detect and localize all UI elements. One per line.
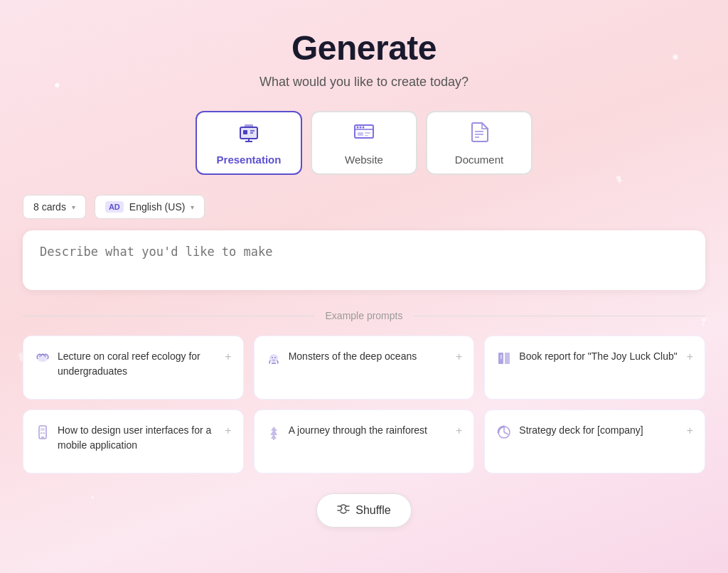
svg-point-35: [42, 354, 43, 355]
controls-row: 8 cards ▾ AD English (US) ▾: [23, 195, 205, 219]
svg-point-24: [357, 127, 359, 129]
joy-luck-icon: [496, 350, 512, 370]
rainforest-icon: [266, 424, 282, 444]
svg-point-40: [274, 357, 276, 358]
tab-website-label: Website: [345, 154, 383, 166]
prompt-card-rainforest[interactable]: A journey through the rainforest +: [254, 409, 475, 473]
language-value: English (US): [129, 201, 186, 213]
divider-left: [23, 316, 314, 316]
website-icon: [353, 120, 375, 148]
strategy-icon: [496, 424, 512, 444]
type-tabs: Presentation Website: [196, 111, 532, 175]
svg-point-25: [360, 127, 362, 129]
svg-point-39: [272, 357, 273, 358]
tab-website[interactable]: Website: [311, 111, 417, 175]
tab-presentation[interactable]: Presentation: [196, 111, 302, 175]
page-title: Generate: [291, 28, 437, 68]
prompt-card-strategy-add: +: [687, 424, 693, 437]
shuffle-icon: [337, 503, 350, 518]
svg-rect-27: [358, 132, 363, 136]
svg-rect-19: [243, 130, 247, 134]
prompt-card-deep-ocean[interactable]: Monsters of the deep oceans +: [254, 336, 475, 400]
page-subtitle: What would you like to create today?: [259, 75, 469, 90]
prompt-card-deep-ocean-add: +: [456, 350, 462, 363]
prompt-card-joy-luck-add: +: [687, 350, 693, 363]
deep-ocean-icon: [266, 350, 282, 370]
coral-reef-icon: [35, 350, 50, 370]
tab-document-label: Document: [455, 154, 503, 166]
presentation-icon: [237, 120, 260, 148]
cards-value: 8 cards: [33, 201, 66, 213]
prompt-card-joy-luck[interactable]: Book report for "The Joy Luck Club" +: [484, 336, 705, 400]
prompt-card-rainforest-add: +: [456, 424, 462, 437]
prompt-card-rainforest-text: A journey through the rainforest: [289, 423, 449, 438]
shuffle-label: Shuffle: [355, 504, 391, 517]
divider-section: Example prompts: [23, 310, 705, 321]
svg-point-36: [45, 355, 47, 358]
describe-input[interactable]: [40, 245, 688, 273]
prompt-card-mobile-ui-add: +: [225, 424, 231, 437]
prompt-card-mobile-ui-text: How to design user interfaces for a mobi…: [58, 423, 218, 453]
shuffle-button[interactable]: Shuffle: [316, 493, 412, 528]
document-icon: [468, 120, 491, 148]
main-container: Generate What would you like to create t…: [23, 28, 705, 528]
prompt-card-strategy-text: Strategy deck for [company]: [519, 423, 679, 438]
tab-document[interactable]: Document: [426, 111, 532, 175]
divider-right: [414, 316, 705, 316]
svg-point-34: [39, 355, 41, 358]
svg-rect-50: [43, 432, 46, 434]
svg-point-33: [38, 356, 48, 362]
svg-rect-49: [41, 432, 43, 434]
svg-rect-48: [41, 428, 45, 431]
svg-rect-14: [240, 127, 257, 139]
svg-rect-42: [505, 353, 510, 364]
prompt-card-deep-ocean-text: Monsters of the deep oceans: [289, 349, 449, 364]
prompt-card-mobile-ui[interactable]: How to design user interfaces for a mobi…: [23, 409, 244, 473]
divider-label: Example prompts: [326, 310, 403, 321]
describe-input-container: [23, 230, 705, 290]
language-arrow-icon: ▾: [191, 203, 194, 211]
cards-dropdown[interactable]: 8 cards ▾: [23, 195, 86, 219]
svg-rect-29: [365, 135, 368, 136]
svg-rect-16: [245, 124, 253, 128]
mobile-ui-icon: [35, 424, 50, 444]
svg-rect-28: [365, 132, 370, 134]
tab-presentation-label: Presentation: [217, 154, 282, 166]
lang-icon: AD: [105, 201, 124, 213]
prompts-grid: Lecture on coral reef ecology for underg…: [23, 336, 705, 473]
language-dropdown[interactable]: AD English (US) ▾: [95, 195, 205, 219]
cards-arrow-icon: ▾: [72, 203, 75, 211]
prompt-card-joy-luck-text: Book report for "The Joy Luck Club": [519, 349, 679, 364]
prompt-card-coral-reef-add: +: [225, 350, 231, 363]
prompt-card-coral-reef[interactable]: Lecture on coral reef ecology for underg…: [23, 336, 244, 400]
prompt-card-strategy[interactable]: Strategy deck for [company] +: [484, 409, 705, 473]
prompt-card-coral-reef-text: Lecture on coral reef ecology for underg…: [58, 349, 218, 379]
svg-point-26: [363, 127, 365, 129]
